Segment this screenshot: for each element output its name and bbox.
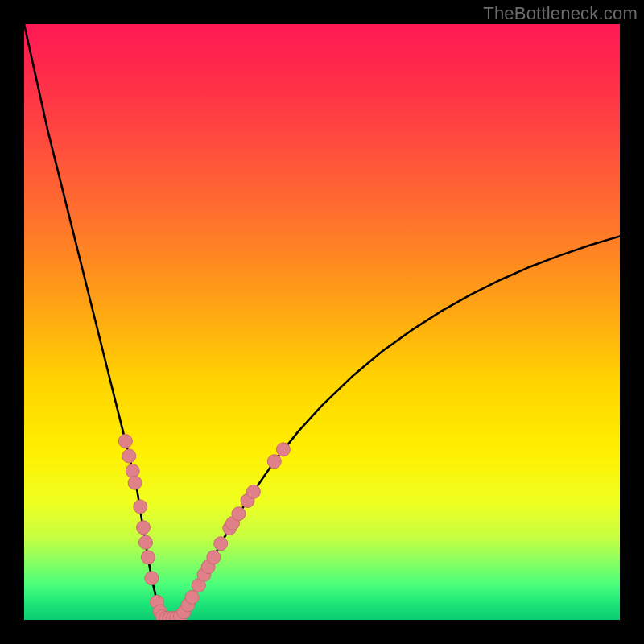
marker-dot [126, 464, 139, 478]
marker-dot [137, 521, 151, 535]
marker-dot [128, 476, 142, 489]
marker-dot [214, 537, 228, 551]
marker-dot [134, 500, 147, 514]
chart-svg [24, 24, 620, 620]
marker-dot [246, 485, 260, 498]
marker-dot [276, 443, 290, 456]
bottleneck-curve-line [24, 24, 620, 619]
marker-dot [267, 455, 281, 469]
plot-area [24, 24, 620, 620]
watermark-text: TheBottleneck.com [483, 3, 638, 24]
marker-group [118, 435, 290, 621]
marker-dot [141, 551, 155, 564]
marker-dot [207, 551, 221, 564]
marker-dot [118, 435, 132, 448]
marker-dot [138, 535, 152, 549]
marker-dot [185, 590, 199, 604]
marker-dot [145, 572, 159, 585]
marker-dot [122, 449, 136, 463]
marker-dot [232, 507, 246, 521]
app-frame: TheBottleneck.com [0, 0, 644, 644]
